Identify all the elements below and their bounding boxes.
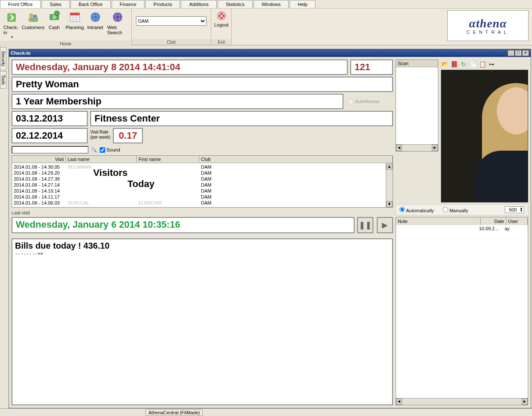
planning-button[interactable]: Planning xyxy=(65,9,85,40)
scan-panel: Scan ◄► xyxy=(396,59,438,152)
close-icon[interactable]: × xyxy=(522,50,529,56)
document-icon[interactable]: 📄 xyxy=(469,60,477,68)
intranet-icon xyxy=(89,10,102,24)
customer-photo xyxy=(441,70,528,202)
table-row: 2014.01.08 - 14.29.20DAM xyxy=(12,170,393,176)
col-date[interactable]: Date xyxy=(481,217,506,225)
status-app-name: AthenaCentral (FitMade) xyxy=(145,409,203,416)
membership-type: 1 Year Membership xyxy=(12,94,343,109)
websearch-label: Web Search xyxy=(107,25,128,35)
tab-windows[interactable]: Windows xyxy=(254,0,289,8)
capture-mode: Automatically Manually ▲▼ xyxy=(396,204,528,215)
websearch-button[interactable]: Web Search xyxy=(106,9,130,40)
club-select[interactable]: DAM xyxy=(136,16,207,26)
last-visit-value: Wednesday, January 6 2014 10:35:16 xyxy=(12,217,355,233)
customers-label: Customers xyxy=(22,25,44,30)
logout-button[interactable]: Logout xyxy=(212,9,231,28)
customers-icon xyxy=(26,10,40,24)
bills-panel: Bills due today ! 436.10 -------->> xyxy=(12,238,393,405)
menubar: Front Office Sales Back Office Finance P… xyxy=(0,0,532,9)
websearch-icon xyxy=(111,10,124,24)
svg-point-13 xyxy=(91,12,100,22)
tab-back-office[interactable]: Back Office xyxy=(71,0,111,8)
brand-sub: CENTRAL xyxy=(467,30,509,35)
svg-point-16 xyxy=(113,12,122,22)
intranet-button[interactable]: Intranet xyxy=(85,9,106,40)
svg-rect-0 xyxy=(7,13,16,22)
home-group-label: Home xyxy=(0,41,131,47)
tab-statistics[interactable]: Statistics xyxy=(218,0,253,8)
autorenew-checkbox[interactable]: AutoRenew xyxy=(346,94,393,109)
visit-rate-value: 0.17 xyxy=(113,128,143,143)
tab-help[interactable]: Help xyxy=(290,0,316,8)
col-note[interactable]: Note xyxy=(396,217,481,225)
dropdown-icon: ▾ xyxy=(11,35,13,39)
scrollbar[interactable]: ◄► xyxy=(396,398,528,405)
col-visit[interactable]: Visit xyxy=(12,156,66,163)
sound-checkbox[interactable]: Sound xyxy=(100,147,120,153)
autorenew-label: AutoRenew xyxy=(355,99,379,104)
minimize-icon[interactable]: _ xyxy=(508,50,514,56)
side-tab-security[interactable]: Security xyxy=(0,47,6,70)
tab-front-office[interactable]: Front Office xyxy=(0,0,41,8)
end-date: 02.12.2014 xyxy=(12,128,88,143)
export-icon[interactable]: ↦ xyxy=(488,60,496,68)
clipboard-icon[interactable]: 📋 xyxy=(479,60,486,68)
intranet-label: Intranet xyxy=(87,25,103,30)
logout-label: Logout xyxy=(214,22,229,27)
radio-manual[interactable]: Manually xyxy=(443,207,468,213)
play-button[interactable]: ▶ xyxy=(377,217,393,233)
col-firstname[interactable]: First name xyxy=(137,156,199,163)
side-tabs: Security Tools xyxy=(0,47,8,89)
start-date: 03.12.2013 xyxy=(12,111,88,126)
brand-name: αthenα xyxy=(469,17,507,30)
cash-icon xyxy=(47,10,61,24)
tab-products[interactable]: Products xyxy=(145,0,180,8)
table-row: 2014.01.08 - 14.27.39DAM xyxy=(12,176,393,182)
planning-label: Planning xyxy=(65,25,84,30)
checkin-button[interactable]: Check-in ▾ xyxy=(2,9,22,40)
col-club[interactable]: Club xyxy=(199,156,393,163)
folder-open-icon[interactable]: 📂 xyxy=(441,60,449,68)
interval-spinner[interactable]: ▲▼ xyxy=(505,206,524,213)
side-tab-tools[interactable]: Tools xyxy=(0,71,6,89)
cash-button[interactable]: Cash xyxy=(44,9,65,40)
window-titlebar: Check-In _ □ × xyxy=(9,49,531,57)
customers-button[interactable]: Customers xyxy=(22,9,44,40)
logout-icon xyxy=(216,10,227,21)
tab-finance[interactable]: Finance xyxy=(112,0,145,8)
svg-point-6 xyxy=(54,11,59,16)
col-user[interactable]: User xyxy=(506,217,528,225)
visitors-overlay: Visitors Today xyxy=(93,167,154,190)
tab-additions[interactable]: Additions xyxy=(181,0,216,8)
current-datetime: Wednesday, January 8 2014 14:41:04 xyxy=(12,59,348,75)
table-row: 2014.01.08 - 14.19.14DAM xyxy=(12,188,393,194)
customer-name: Pretty Woman xyxy=(12,77,393,92)
scan-title: Scan xyxy=(396,60,438,67)
cash-label: Cash xyxy=(49,25,60,30)
binoculars-icon[interactable]: 🔍 xyxy=(91,147,97,153)
refresh-icon[interactable]: ↻ xyxy=(460,60,467,68)
search-input[interactable] xyxy=(12,146,89,154)
club-group-label: Club xyxy=(132,39,211,45)
pause-button[interactable]: ❚❚ xyxy=(357,217,373,233)
col-lastname[interactable]: Last name xyxy=(66,156,137,163)
maximize-icon[interactable]: □ xyxy=(515,50,522,56)
visit-rate-label: Visit Rate (per week) xyxy=(90,128,110,143)
scrollbar[interactable]: ◄► xyxy=(396,144,438,151)
book-icon[interactable]: 📕 xyxy=(450,60,458,68)
tab-sales[interactable]: Sales xyxy=(41,0,70,8)
center-name: Fitness Center xyxy=(90,111,393,126)
table-row: 2014.01.08 - 14.27.14DAM xyxy=(12,182,393,188)
planning-icon xyxy=(68,10,82,24)
exit-label[interactable]: Exit xyxy=(211,39,231,45)
table-row: 10.09.2... ay xyxy=(398,226,526,231)
radio-auto[interactable]: Automatically xyxy=(399,207,434,213)
checkin-window: Check-In _ □ × Wednesday, January 8 2014… xyxy=(9,49,531,408)
svg-rect-8 xyxy=(70,13,80,15)
table-row: 2014.01.08 - 14.06.03ZERUUALELBACHIRDAM xyxy=(12,200,393,206)
scrollbar[interactable]: ▲▼ xyxy=(386,163,393,207)
last-visit-label: Last visit xyxy=(12,210,393,215)
brand-logo: αthenα CENTRAL xyxy=(447,10,529,41)
table-row: 2014.01.08 - 14.30.05REUMANNDAM xyxy=(12,164,393,170)
